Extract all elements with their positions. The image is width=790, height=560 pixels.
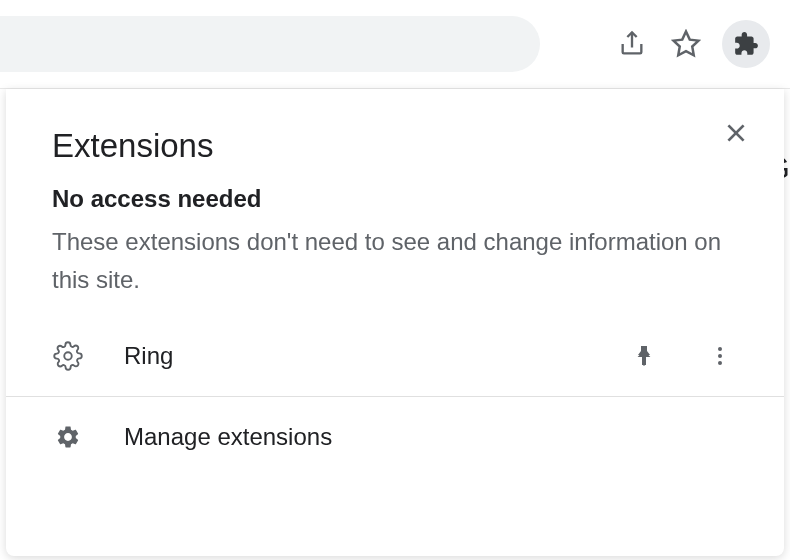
svg-point-6 — [718, 361, 722, 365]
no-access-section: No access needed These extensions don't … — [6, 185, 784, 328]
address-bar[interactable] — [0, 16, 540, 72]
settings-icon-wrapper — [52, 421, 84, 453]
more-vertical-icon — [708, 344, 732, 368]
extensions-button[interactable] — [722, 20, 770, 68]
extension-name: Ring — [124, 342, 586, 370]
section-description: These extensions don't need to see and c… — [52, 223, 738, 300]
popup-title: Extensions — [52, 127, 213, 165]
gear-icon — [55, 424, 81, 450]
more-options-button[interactable] — [702, 338, 738, 374]
section-title: No access needed — [52, 185, 738, 213]
bookmark-button[interactable] — [668, 26, 704, 62]
share-button[interactable] — [614, 26, 650, 62]
star-icon — [671, 29, 701, 59]
pin-button[interactable] — [626, 338, 662, 374]
extensions-popup: Extensions No access needed These extens… — [6, 89, 784, 556]
svg-point-4 — [718, 347, 722, 351]
svg-marker-0 — [674, 32, 699, 56]
close-icon — [723, 120, 749, 146]
close-button[interactable] — [718, 115, 754, 151]
extension-row[interactable]: Ring — [6, 328, 784, 396]
pin-icon — [632, 344, 656, 368]
extension-icon — [52, 340, 84, 372]
gear-outline-icon — [53, 341, 83, 371]
browser-toolbar — [0, 0, 790, 89]
svg-point-5 — [718, 354, 722, 358]
popup-header: Extensions — [6, 89, 784, 185]
puzzle-icon — [733, 31, 759, 57]
svg-point-3 — [64, 352, 72, 360]
manage-extensions-row[interactable]: Manage extensions — [6, 397, 784, 477]
manage-extensions-label: Manage extensions — [124, 423, 332, 451]
share-icon — [618, 30, 646, 58]
